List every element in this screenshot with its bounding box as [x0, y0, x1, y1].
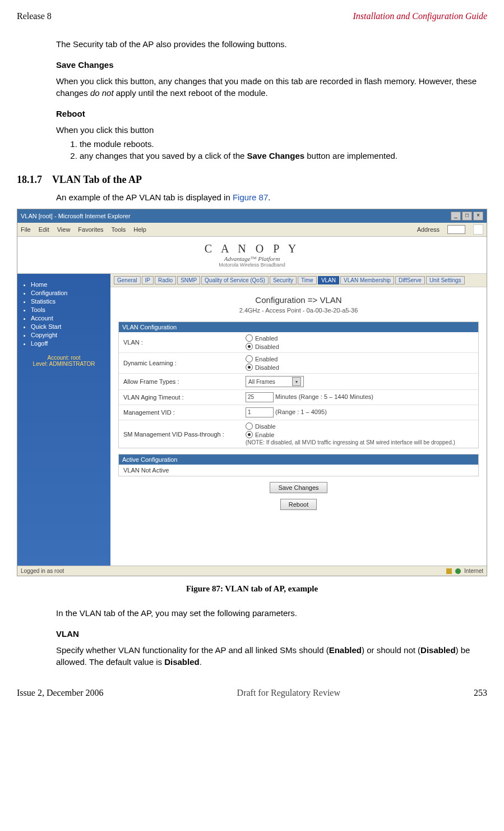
tab-radio[interactable]: Radio [155, 276, 176, 284]
close-button[interactable]: × [473, 212, 483, 221]
section-num: 18.1.7 [17, 174, 42, 186]
dyn-enabled-label: Enabled [255, 356, 278, 362]
tab-security[interactable]: Security [270, 276, 297, 284]
address-input[interactable] [447, 225, 465, 234]
canopy-logo: C A N O P Y [17, 242, 487, 255]
mgmt-vid-label: Management VID : [123, 409, 241, 416]
section-lead: An example of the AP VLAN tab is display… [56, 191, 482, 203]
tab-diffserve[interactable]: DiffServe [395, 276, 425, 284]
tab-vlan-membership[interactable]: VLAN Membership [340, 276, 394, 284]
tab-snmp[interactable]: SNMP [177, 276, 200, 284]
section-lead-pre: An example of the AP VLAN tab is display… [56, 192, 233, 202]
minimize-button[interactable]: _ [451, 212, 461, 221]
sidebar-item-logoff[interactable]: Logoff [31, 340, 106, 347]
account-level: Level: ADMINISTRATOR [22, 361, 106, 367]
aging-timeout-hint: Minutes (Range : 5 – 1440 Minutes) [275, 393, 373, 400]
smpt-enable-radio[interactable] [246, 431, 253, 438]
aging-timeout-input[interactable]: 25 [246, 392, 274, 402]
header-right: Installation and Configuration Guide [353, 11, 487, 21]
tab-vlan[interactable]: VLAN [318, 276, 339, 284]
dynamic-learning-label: Dynamic Learning : [123, 360, 241, 366]
smpt-disable-radio[interactable] [246, 423, 253, 430]
vlan-config-panel: VLAN Configuration VLAN : Enabled Disabl… [118, 322, 479, 448]
vlan-param-pre: Specify whether VLAN functionality for t… [56, 645, 329, 655]
figure-link[interactable]: Figure 87 [233, 192, 268, 202]
chevron-down-icon: ▾ [292, 377, 301, 386]
tab-strip: General IP Radio SNMP Quality of Service… [110, 274, 487, 287]
ie-status-bar: Logged in as root Internet [17, 566, 487, 576]
canopy-subline: Motorola Wireless Broadband [17, 262, 487, 268]
smpt-enable-label: Enable [255, 431, 274, 438]
active-config-header: Active Configuration [119, 454, 478, 465]
save-changes-button[interactable]: Save Changes [270, 482, 327, 493]
vlan-param-end: . [200, 657, 202, 667]
dyn-disabled-radio[interactable] [246, 364, 253, 371]
config-page-title: Configuration => VLAN [110, 295, 487, 305]
reboot-button[interactable]: Reboot [280, 499, 317, 510]
sidebar-item-account[interactable]: Account [31, 315, 106, 322]
smpt-disable-label: Disable [255, 423, 276, 430]
save-changes-heading: Save Changes [56, 60, 482, 70]
menu-help[interactable]: Help [133, 226, 146, 233]
dyn-disabled-label: Disabled [255, 364, 279, 371]
vlan-param-text: Specify whether VLAN functionality for t… [56, 644, 482, 668]
menu-favorites[interactable]: Favorites [78, 226, 103, 233]
sidebar-item-configuration[interactable]: Configuration [31, 290, 106, 296]
reboot-heading: Reboot [56, 109, 482, 118]
reboot-list: the module reboots. any changes that you… [70, 139, 482, 160]
tab-qos[interactable]: Quality of Service (QoS) [201, 276, 269, 284]
reboot-item-2-post: button are implemented. [304, 151, 397, 160]
vlan-param-enabled: Enabled [329, 645, 362, 655]
maximize-button[interactable]: □ [462, 212, 472, 221]
canopy-tagline: Advantage™ Platform [17, 255, 487, 262]
vlan-enabled-radio[interactable] [246, 334, 253, 342]
reboot-item-1: the module reboots. [80, 139, 482, 149]
sidebar: Home Configuration Statistics Tools Acco… [17, 274, 110, 566]
header-left: Release 8 [17, 11, 52, 21]
menu-tools[interactable]: Tools [112, 226, 126, 233]
mgmt-vid-hint: (Range : 1 – 4095) [275, 408, 327, 415]
tab-time[interactable]: Time [298, 276, 317, 284]
sm-passthrough-label: SM Management VID Pass-through : [123, 431, 241, 438]
active-config-text: VLAN Not Active [123, 467, 169, 474]
ie-logo-icon [473, 224, 483, 235]
reboot-lead: When you click this button [56, 124, 482, 136]
sidebar-item-quickstart[interactable]: Quick Start [31, 323, 106, 330]
ie-menubar: File Edit View Favorites Tools Help Addr… [17, 223, 487, 237]
vlan-disabled-radio[interactable] [246, 343, 253, 350]
footer-mid: Draft for Regulatory Review [237, 688, 340, 698]
intro-paragraph: The Security tab of the AP also provides… [56, 38, 482, 50]
sidebar-item-copyright[interactable]: Copyright [31, 332, 106, 338]
account-name: Account: root [22, 355, 106, 361]
status-left: Logged in as root [21, 568, 64, 574]
tab-unit-settings[interactable]: Unit Settings [426, 276, 465, 284]
section-lead-post: . [268, 192, 270, 202]
window-titlebar: VLAN [root] - Microsoft Internet Explore… [17, 209, 487, 223]
vlan-param-default: Disabled [164, 657, 200, 667]
tab-general[interactable]: General [114, 276, 141, 284]
active-config-panel: Active Configuration VLAN Not Active [118, 454, 479, 476]
status-right: Internet [464, 568, 483, 574]
footer-left: Issue 2, December 2006 [17, 688, 104, 698]
menu-file[interactable]: File [21, 226, 31, 233]
menu-edit[interactable]: Edit [39, 226, 49, 233]
dyn-enabled-radio[interactable] [246, 355, 253, 362]
reboot-item-2-bold: Save Changes [247, 151, 305, 160]
app-header: C A N O P Y Advantage™ Platform Motorola… [17, 237, 487, 274]
allow-frames-select[interactable]: All Frames ▾ [246, 376, 304, 387]
save-changes-emph: do not [90, 88, 114, 98]
sidebar-item-home[interactable]: Home [31, 281, 106, 288]
mgmt-vid-input[interactable]: 1 [246, 407, 274, 417]
vlan-param-disabled: Disabled [420, 645, 456, 655]
post-figure-text: In the VLAN tab of the AP, you may set t… [56, 607, 482, 619]
aging-timeout-label: VLAN Aging Timeout : [123, 394, 241, 401]
vlan-label: VLAN : [123, 339, 241, 346]
lock-icon [446, 568, 452, 574]
tab-ip[interactable]: IP [142, 276, 154, 284]
smpt-note: (NOTE: If disabled, all MVID traffic ing… [246, 439, 474, 446]
sidebar-item-tools[interactable]: Tools [31, 306, 106, 313]
sidebar-item-statistics[interactable]: Statistics [31, 298, 106, 305]
reboot-item-2: any changes that you saved by a click of… [80, 151, 482, 160]
footer-page-number: 253 [474, 688, 487, 698]
menu-view[interactable]: View [57, 226, 71, 233]
